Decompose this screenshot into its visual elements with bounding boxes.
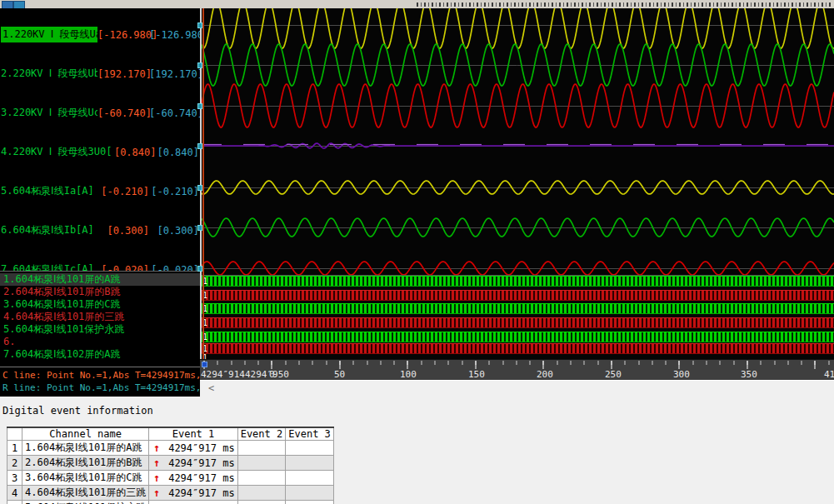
digital-channel-row[interactable]: 6. bbox=[0, 336, 200, 348]
channel-name: 6.604柘泉Ⅰ线Ib[A] bbox=[1, 223, 97, 237]
event-section-title: Digital event information bbox=[2, 405, 153, 417]
col-header-ev1: Event 1 bbox=[149, 427, 237, 441]
waveform-canvas bbox=[200, 8, 834, 275]
row-number: 4 bbox=[7, 486, 22, 501]
channel-zero-marker bbox=[197, 22, 202, 28]
channel-zero-marker bbox=[197, 62, 202, 68]
channel-name: 1.220KV Ⅰ 段母线Ua[kV] bbox=[1, 27, 97, 42]
channel-name: 4.220KV Ⅰ 段母线3U0[kV] bbox=[1, 145, 112, 159]
analog-channel-row[interactable]: 5.604柘泉Ⅰ线Ia[A] [-0.210] [-0.210] bbox=[0, 172, 200, 211]
event-2-cell bbox=[237, 441, 286, 456]
event-channel-name: 1.604柘泉Ⅰ线101屏的A跳 bbox=[22, 441, 149, 456]
c-cursor-line[interactable] bbox=[202, 8, 204, 359]
digital-channel-row[interactable]: 4.604柘泉Ⅰ线101屏的三跳 bbox=[0, 311, 200, 323]
ruler-label: 4294″950 bbox=[245, 369, 289, 380]
cursor-status-panel: C line: Point No.=1,Abs T=4294917ms, Rel… bbox=[0, 367, 200, 397]
channel-value-r: [-0.020] bbox=[149, 264, 199, 272]
scroll-left-arrow-icon[interactable]: < bbox=[208, 382, 214, 394]
event-1-cell: ↑4294″917 ms bbox=[149, 471, 237, 486]
event-channel-name: 2.604柘泉Ⅰ线101屏的B跳 bbox=[22, 456, 149, 471]
digital-channel-row[interactable]: 3.604柘泉Ⅰ线101屏的C跳 bbox=[0, 298, 200, 311]
event-3-cell bbox=[286, 501, 334, 504]
digital-channel-row[interactable]: 7.604柘泉Ⅰ线102屏的A跳 bbox=[0, 348, 200, 361]
table-row[interactable]: 3 3.604柘泉Ⅰ线101屏的C跳 ↑4294″917 ms bbox=[7, 471, 334, 486]
table-header-row: Channel name Event 1 Event 2 Event 3 bbox=[7, 427, 334, 441]
channel-value-c: [-60.740] bbox=[97, 107, 149, 119]
event-channel-name: 5.604柘泉Ⅰ线101保护永跳 bbox=[22, 501, 149, 504]
channel-name: 5.604柘泉Ⅰ线Ia[A] bbox=[1, 184, 97, 198]
event-3-cell bbox=[286, 486, 334, 501]
event-time: 4294″917 ms bbox=[168, 472, 234, 484]
event-info-section: Digital event information Channel name E… bbox=[0, 397, 834, 504]
channel-zero-marker bbox=[197, 143, 202, 149]
event-2-cell bbox=[237, 456, 286, 471]
c-line-status: C line: Point No.=1,Abs T=4294917ms, Rel… bbox=[2, 369, 200, 382]
table-row[interactable]: 1 1.604柘泉Ⅰ线101屏的A跳 ↑4294″917 ms bbox=[7, 441, 334, 456]
waveform-analyzer-window: 1.220KV Ⅰ 段母线Ua[kV] [-126.980] [-126.980… bbox=[0, 0, 834, 504]
digital-channel-row[interactable]: 5.604柘泉Ⅰ线101保护永跳 bbox=[0, 323, 200, 336]
ruler-major-ticks bbox=[200, 361, 834, 369]
digital-event-table: Channel name Event 1 Event 2 Event 3 1 1… bbox=[7, 427, 334, 504]
ruler-label: 150 bbox=[468, 369, 485, 380]
time-ruler[interactable]: 4294″914 4294″950 0 50 100 150 200 250 3… bbox=[200, 359, 834, 380]
cursor-handle-icon[interactable] bbox=[202, 362, 207, 367]
ruler-label: 350 bbox=[741, 369, 757, 380]
event-time: 4294″917 ms bbox=[168, 457, 234, 469]
channel-zero-marker bbox=[197, 266, 202, 272]
digital-trace: 1 bbox=[202, 290, 834, 301]
analog-channel-row[interactable]: 3.220KV Ⅰ 段母线Uc[kV] [-60.740] [-60.740] bbox=[0, 93, 200, 132]
ruler-label: 50 bbox=[334, 369, 345, 380]
ruler-label: 200 bbox=[537, 369, 553, 380]
event-2-cell bbox=[237, 501, 286, 504]
row-number: 3 bbox=[7, 471, 22, 486]
digital-channel-row[interactable]: 1.604柘泉Ⅰ线101屏的A跳 bbox=[0, 273, 200, 286]
analog-channel-row[interactable]: 2.220KV Ⅰ 段母线Ub[kV] [192.170] [192.170] bbox=[0, 54, 200, 93]
clipped-menu-text bbox=[417, 2, 832, 7]
ruler-label: 250 bbox=[605, 369, 622, 380]
ruler-label: 100 bbox=[400, 369, 417, 380]
digital-channel-list: 1.604柘泉Ⅰ线101屏的A跳 2.604柘泉Ⅰ线101屏的B跳 3.604柘… bbox=[0, 271, 200, 362]
rising-edge-icon: ↑ bbox=[153, 457, 160, 469]
analog-channel-row[interactable]: 4.220KV Ⅰ 段母线3U0[kV] [0.840] [0.840] bbox=[0, 132, 200, 172]
analog-channel-row[interactable]: 1.220KV Ⅰ 段母线Ua[kV] [-126.980] [-126.980… bbox=[0, 15, 200, 54]
waveform-plot-area[interactable] bbox=[200, 8, 834, 275]
channel-value-c: [-126.980] bbox=[97, 29, 149, 41]
table-row[interactable]: 4 4.604柘泉Ⅰ线101屏的三跳 ↑4294″917 ms bbox=[7, 486, 334, 501]
digital-trace-area[interactable]: 1 1 1 1 1 1 1 bbox=[200, 276, 834, 359]
event-2-cell bbox=[237, 486, 286, 501]
analog-channel-row[interactable]: 6.604柘泉Ⅰ线Ib[A] [0.300] [0.300] bbox=[0, 211, 200, 250]
event-2-cell bbox=[237, 471, 286, 486]
channel-value-r: [0.840] bbox=[156, 147, 199, 158]
ruler-label: 300 bbox=[673, 369, 690, 380]
channel-value-r: [-126.980] bbox=[149, 29, 199, 41]
table-row[interactable]: 5 5.604柘泉Ⅰ线101保护永跳 ↑4294″917 ms bbox=[7, 501, 334, 504]
channel-list-panel: 1.220KV Ⅰ 段母线Ua[kV] [-126.980] [-126.980… bbox=[0, 8, 200, 397]
analog-channel-list: 1.220KV Ⅰ 段母线Ua[kV] [-126.980] [-126.980… bbox=[0, 8, 200, 271]
channel-name: 7.604柘泉Ⅰ线Ic[A] bbox=[1, 262, 97, 271]
analog-channel-row[interactable]: 7.604柘泉Ⅰ线Ic[A] [-0.020] [-0.020] bbox=[0, 250, 200, 271]
channel-value-c: [0.300] bbox=[97, 225, 149, 237]
channel-zero-marker bbox=[197, 225, 202, 231]
event-1-cell: ↑4294″917 ms bbox=[149, 486, 237, 501]
digital-trace: 1 bbox=[202, 276, 834, 287]
channel-value-c: [-0.210] bbox=[97, 186, 149, 197]
col-header-ev2: Event 2 bbox=[237, 427, 286, 441]
channel-value-r: [192.170] bbox=[149, 68, 199, 80]
event-channel-name: 3.604柘泉Ⅰ线101屏的C跳 bbox=[22, 471, 149, 486]
row-number: 1 bbox=[7, 441, 22, 456]
channel-zero-marker bbox=[197, 185, 202, 191]
rising-edge-icon: ↑ bbox=[153, 487, 160, 499]
digital-channel-row[interactable]: 2.604柘泉Ⅰ线101屏的B跳 bbox=[0, 286, 200, 298]
rising-edge-icon: ↑ bbox=[153, 472, 160, 484]
digital-trace: 1 bbox=[202, 332, 834, 342]
event-time: 4294″917 ms bbox=[168, 442, 234, 454]
event-3-cell bbox=[286, 471, 334, 486]
ruler-label: 4294″914 bbox=[201, 369, 245, 380]
channel-zero-marker bbox=[197, 103, 202, 109]
table-row[interactable]: 2 2.604柘泉Ⅰ线101屏的B跳 ↑4294″917 ms bbox=[7, 456, 334, 471]
digital-trace: 1 bbox=[202, 317, 834, 328]
col-header-name: Channel name bbox=[22, 427, 149, 441]
event-3-cell bbox=[286, 441, 334, 456]
horizontal-scrollbar[interactable]: < bbox=[200, 380, 834, 397]
event-1-cell: ↑4294″917 ms bbox=[149, 456, 237, 471]
